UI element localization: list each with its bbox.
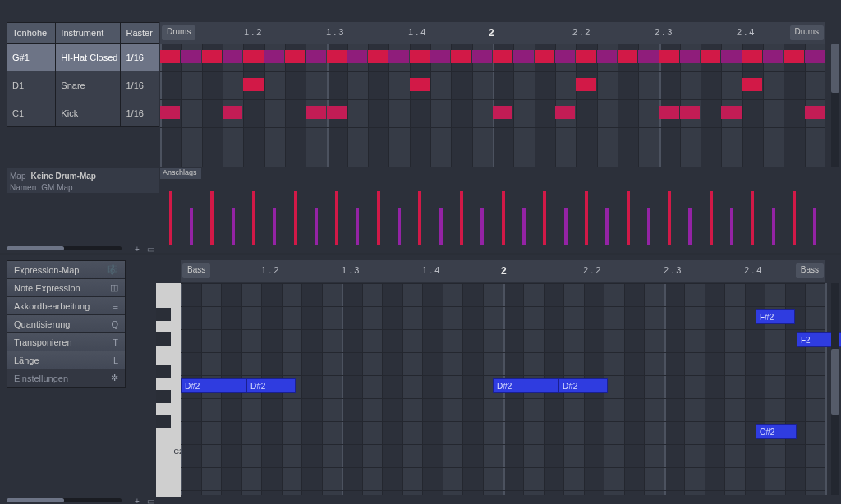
velocity-bar[interactable] [813,208,816,245]
drum-ruler[interactable]: Drums Drums 1 . 2 1 . 3 1 . 4 2 2 . 2 2 … [160,22,825,44]
drum-note-kick[interactable] [555,106,575,119]
velocity-lane[interactable] [160,179,825,245]
velocity-bar[interactable] [252,191,255,245]
black-key[interactable] [156,332,171,346]
drum-note-kick[interactable] [721,106,741,119]
scroll-thumb[interactable] [7,246,64,250]
drum-note-hihat[interactable] [327,50,347,63]
drum-note-kick[interactable] [680,106,700,119]
drum-hscroll[interactable] [7,246,122,250]
drum-note-hihat[interactable] [347,50,367,63]
bass-hscroll[interactable] [7,498,122,502]
velocity-bar[interactable] [688,208,692,245]
drum-note-kick[interactable] [327,106,347,119]
drum-note-hihat[interactable] [160,50,180,63]
drum-note-hihat[interactable] [430,50,450,63]
insp-length[interactable]: Länge L [7,351,125,369]
part-tab-right[interactable]: Bass [796,263,824,278]
col-grid[interactable]: Raster [121,23,159,43]
black-key[interactable] [156,390,171,403]
drum-map-section[interactable]: Map Keine Drum-Map Namen GM Map [7,168,159,193]
velocity-bar[interactable] [398,208,401,245]
drum-note-hihat[interactable] [223,50,242,63]
drum-note-snare[interactable] [742,78,762,91]
drum-row-snare[interactable]: D1 Snare 1/16 [7,71,159,99]
scroll-thumb[interactable] [831,349,839,415]
velocity-bar[interactable] [356,208,359,245]
add-controller-icon[interactable]: + [131,495,143,504]
drum-note-hihat[interactable] [721,50,741,63]
drum-note-hihat[interactable] [535,50,554,63]
part-tab-right[interactable]: Drums [790,25,824,40]
drum-row-kick[interactable]: C1 Kick 1/16 [7,99,159,127]
velocity-bar[interactable] [730,208,733,245]
drum-note-hihat[interactable] [742,50,762,63]
part-tab-left[interactable]: Bass [182,263,210,278]
drum-note-hihat[interactable] [597,50,617,63]
drum-note-hihat[interactable] [555,50,575,63]
drum-note-hihat[interactable] [493,50,512,63]
drum-note-snare[interactable] [410,78,430,91]
velocity-bar[interactable] [315,208,318,245]
drum-note-hihat[interactable] [784,50,803,63]
drum-note-hihat[interactable] [680,50,700,63]
drum-note-hihat[interactable] [181,50,200,63]
insp-settings[interactable]: Einstellungen ✲ [7,369,125,387]
insp-expression-map[interactable]: Expression-Map 🎼 [7,261,125,279]
velocity-bar[interactable] [710,191,713,245]
velocity-bar[interactable] [502,191,505,245]
scroll-thumb[interactable] [831,44,839,93]
drum-note-hihat[interactable] [659,50,679,63]
drum-note-kick[interactable] [493,106,512,119]
velocity-bar[interactable] [335,191,338,245]
drum-note-hihat[interactable] [513,50,533,63]
black-key[interactable] [156,365,171,378]
drum-note-hihat[interactable] [410,50,430,63]
velocity-bar[interactable] [418,191,421,245]
insp-transpose[interactable]: Transponieren T [7,333,125,351]
velocity-bar[interactable] [751,191,754,245]
drum-note-hihat[interactable] [638,50,658,63]
drum-note-hihat[interactable] [306,50,325,63]
velocity-bar[interactable] [772,208,775,245]
drum-note-hihat[interactable] [264,50,284,63]
midi-note[interactable]: D#2 [493,378,558,393]
velocity-bar[interactable] [647,208,650,245]
drum-note-kick[interactable] [223,106,242,119]
velocity-bar[interactable] [585,191,588,245]
velocity-bar[interactable] [793,191,796,245]
drum-note-hihat[interactable] [285,50,305,63]
velocity-bar[interactable] [273,208,276,245]
drum-note-kick[interactable] [805,106,825,119]
drum-note-hihat[interactable] [243,50,263,63]
midi-note[interactable]: C#2 [756,424,797,439]
page-icon[interactable]: ▭ [145,243,156,254]
drum-note-hihat[interactable] [618,50,637,63]
midi-note[interactable]: D#2 [558,378,608,393]
velocity-bar[interactable] [190,208,193,245]
velocity-bar[interactable] [627,191,630,245]
velocity-bar[interactable] [169,191,172,245]
bass-vscroll[interactable] [831,283,839,495]
drum-note-kick[interactable] [160,106,180,119]
velocity-bar[interactable] [439,208,443,245]
velocity-bar[interactable] [605,208,609,245]
black-key[interactable] [156,415,171,428]
drum-vscroll[interactable] [831,44,839,167]
drum-note-hihat[interactable] [368,50,388,63]
insp-note-expression[interactable]: Note Expression ◫ [7,279,125,297]
drum-note-hihat[interactable] [388,50,408,63]
piano-keyboard[interactable]: C2 [156,283,181,497]
page-icon[interactable]: ▭ [145,495,156,504]
bass-ruler[interactable]: Bass Bass 1 . 2 1 . 3 1 . 4 2 2 . 2 2 . … [181,260,825,282]
drum-row-hihat[interactable]: G#1 HI-Hat Closed 1/16 [7,44,159,71]
drum-grid[interactable] [160,44,825,167]
velocity-bar[interactable] [522,208,526,245]
velocity-bar[interactable] [210,191,214,245]
col-pitch[interactable]: Tonhöhe [7,23,56,43]
velocity-bar[interactable] [668,191,671,245]
midi-note[interactable]: F#2 [756,309,795,324]
drum-note-hihat[interactable] [805,50,825,63]
drum-note-hihat[interactable] [472,50,492,63]
scroll-thumb[interactable] [7,498,64,502]
